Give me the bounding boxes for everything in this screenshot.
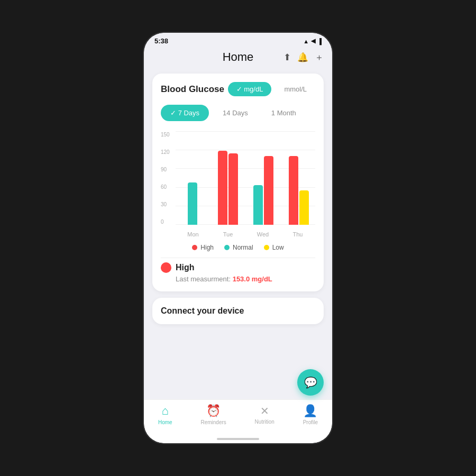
bar-thu-high — [289, 156, 298, 225]
signal-icon: ◀ — [311, 38, 315, 44]
chart-x-labels: Mon Tue Wed Thu — [176, 231, 315, 237]
blood-glucose-card: Blood Glucose ✓ mg/dL mmol/L ✓ 7 Days 14… — [152, 74, 324, 291]
chart-day-tue — [211, 151, 244, 225]
home-icon: ⌂ — [162, 404, 169, 418]
y-label-150: 150 — [161, 132, 173, 138]
nav-label-nutrition: Nutrition — [255, 419, 274, 425]
chart-day-mon — [176, 182, 209, 225]
legend-dot-high — [192, 245, 197, 250]
period-selector: ✓ 7 Days 14 Days 1 Month — [161, 105, 315, 121]
y-label-60: 60 — [161, 184, 173, 190]
wifi-icon: ▲ — [303, 38, 309, 44]
x-label-tue: Tue — [210, 231, 245, 237]
connect-device-card: Connect your device — [152, 298, 324, 324]
bottom-nav: ⌂ Home ⏰ Reminders ✕ Nutrition 👤 Profile — [144, 399, 332, 436]
bell-icon[interactable]: 🔔 — [297, 52, 308, 63]
bar-tue-high-1 — [218, 151, 227, 225]
measurement-value: 153.0 mg/dL — [233, 275, 272, 283]
bar-thu-low — [299, 190, 309, 225]
x-label-wed: Wed — [245, 231, 280, 237]
unit-mgdl-button[interactable]: ✓ mg/dL — [228, 82, 272, 96]
legend-label-normal: Normal — [233, 244, 253, 251]
chart-day-wed — [246, 156, 280, 225]
phone-frame: 5:38 ▲ ◀ ▐ Home ⬆ 🔔 ＋ Blood Glucose — [143, 32, 333, 444]
status-icons: ▲ ◀ ▐ — [303, 38, 322, 44]
status-section: High Last measurment: 153.0 mg/dL — [161, 262, 315, 283]
unit-mmol-button[interactable]: mmol/L — [276, 82, 315, 96]
period-14days-button[interactable]: 14 Days — [213, 105, 258, 121]
legend-low: Low — [264, 244, 284, 251]
status-dot — [161, 262, 171, 273]
header: Home ⬆ 🔔 ＋ — [144, 47, 332, 69]
reminders-icon: ⏰ — [206, 404, 221, 418]
x-label-mon: Mon — [176, 231, 210, 237]
bar-mon-normal — [188, 182, 197, 225]
status-label: High — [176, 263, 195, 272]
y-label-0: 0 — [161, 219, 173, 225]
nav-item-profile[interactable]: 👤 Profile — [303, 404, 318, 425]
nav-item-reminders[interactable]: ⏰ Reminders — [200, 404, 226, 425]
nav-label-profile: Profile — [303, 419, 318, 425]
header-actions: ⬆ 🔔 ＋ — [283, 51, 324, 63]
page-title: Home — [223, 50, 254, 64]
status-bar: 5:38 ▲ ◀ ▐ — [144, 33, 332, 47]
bg-title: Blood Glucose — [161, 84, 224, 95]
nav-label-reminders: Reminders — [200, 419, 226, 425]
home-bar — [217, 438, 259, 440]
profile-icon: 👤 — [303, 404, 317, 418]
chart-day-thu — [282, 156, 315, 225]
scroll-content: Blood Glucose ✓ mg/dL mmol/L ✓ 7 Days 14… — [144, 69, 332, 399]
x-label-thu: Thu — [280, 231, 315, 237]
legend-dot-low — [264, 245, 269, 250]
chart-area — [176, 132, 315, 225]
legend-label-low: Low — [272, 244, 284, 251]
last-measurement: Last measurment: 153.0 mg/dL — [176, 275, 315, 283]
nutrition-icon: ✕ — [260, 405, 269, 417]
y-label-30: 30 — [161, 202, 173, 207]
phone-screen: 5:38 ▲ ◀ ▐ Home ⬆ 🔔 ＋ Blood Glucose — [144, 33, 332, 443]
nav-item-nutrition[interactable]: ✕ Nutrition — [255, 405, 274, 425]
nav-item-home[interactable]: ⌂ Home — [158, 404, 172, 425]
chat-icon: 💬 — [304, 376, 317, 389]
legend-high: High — [192, 244, 214, 251]
legend-normal: Normal — [224, 244, 253, 251]
chart-y-labels: 0 30 60 90 120 150 — [161, 132, 173, 225]
chart-container: 0 30 60 90 120 150 — [161, 132, 315, 237]
last-measurement-prefix: Last measurment: — [176, 275, 233, 283]
chart-legend: High Normal Low — [161, 244, 315, 258]
bar-wed-high — [264, 156, 273, 225]
chat-fab-button[interactable]: 💬 — [297, 369, 324, 396]
check-mark: ✓ — [236, 85, 244, 93]
nav-label-home: Home — [158, 419, 172, 425]
bg-header: Blood Glucose ✓ mg/dL mmol/L — [161, 82, 315, 96]
connect-device-title: Connect your device — [161, 306, 244, 315]
y-label-120: 120 — [161, 149, 173, 155]
legend-dot-normal — [224, 245, 230, 250]
plus-icon[interactable]: ＋ — [315, 51, 324, 63]
period-check: ✓ — [170, 109, 178, 117]
bar-wed-normal — [253, 185, 263, 225]
status-time: 5:38 — [154, 37, 168, 45]
bar-tue-high-2 — [228, 153, 238, 225]
y-label-90: 90 — [161, 167, 173, 172]
home-indicator — [144, 436, 332, 443]
period-1month-button[interactable]: 1 Month — [262, 105, 306, 121]
battery-icon: ▐ — [317, 38, 322, 44]
unit-toggle: ✓ mg/dL mmol/L — [228, 82, 315, 96]
status-row: High — [161, 262, 315, 273]
legend-label-high: High — [200, 244, 214, 251]
period-7days-button[interactable]: ✓ 7 Days — [161, 105, 209, 121]
share-icon[interactable]: ⬆ — [283, 52, 291, 63]
